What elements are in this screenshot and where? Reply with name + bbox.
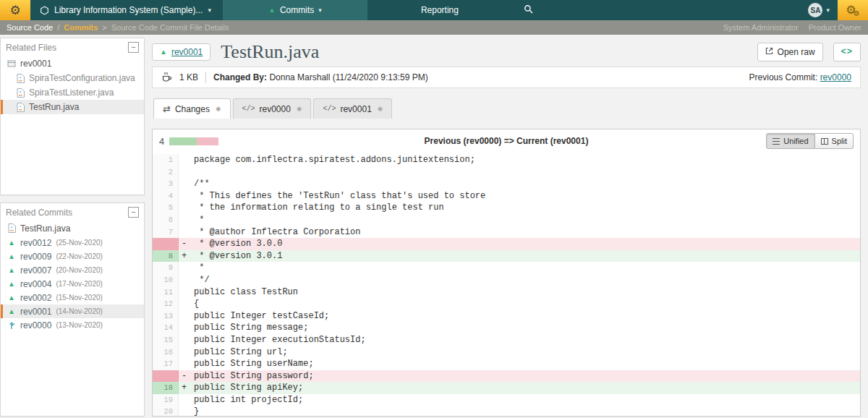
file-item[interactable]: SpiraTestListener.java — [1, 85, 144, 100]
java-file-icon — [16, 103, 25, 112]
line-number: 17 — [153, 358, 179, 370]
title-row: ▲ rev0001 TestRun.java Open raw <> — [152, 38, 861, 67]
line-number — [153, 238, 179, 250]
commit-item[interactable]: ▲rev0009(22-Nov-2020) — [1, 249, 144, 263]
diff-line: 9 * — [153, 262, 860, 274]
line-number: 11 — [153, 286, 179, 299]
code-text: * — [190, 262, 204, 274]
line-number — [153, 370, 179, 383]
tree-root-revision[interactable]: rev0001 — [1, 56, 144, 71]
revision-link[interactable]: rev0001 — [171, 47, 203, 57]
line-number: 6 — [153, 214, 179, 226]
java-icon — [161, 71, 172, 85]
code-icon: <> — [841, 47, 853, 57]
java-file-icon — [16, 74, 25, 83]
commit-triangle-icon: ▲ — [160, 48, 167, 56]
line-number: 1 — [153, 154, 179, 166]
tab-rev0000[interactable]: </> rev0000 ✱ — [233, 98, 312, 119]
file-item[interactable]: TestRun.java — [1, 100, 144, 114]
nav-tab-commits[interactable]: ▲ Commits ▾ — [223, 0, 367, 20]
page-content: Related Files − rev0001 SpiraTestConfigu… — [0, 35, 868, 418]
unified-view-button[interactable]: Unified — [766, 133, 814, 149]
workspace-menu[interactable]: Library Information System (Sample)... ▾ — [30, 0, 223, 20]
line-number: 14 — [153, 322, 179, 334]
collapse-panel-button[interactable]: − — [128, 207, 139, 218]
commit-tree: TestRun.java ▲rev0012(25-Nov-2020)▲rev00… — [1, 221, 144, 332]
code-view-button[interactable]: <> — [833, 43, 861, 61]
diff-line: 19public int projectId; — [153, 394, 860, 406]
breadcrumb-source-code[interactable]: Source Code — [7, 23, 53, 32]
previous-commit-link[interactable]: rev0000 — [820, 72, 851, 82]
line-number: 13 — [153, 310, 179, 323]
split-view-button[interactable]: Split — [815, 133, 854, 149]
code-text: public String message; — [190, 322, 308, 334]
line-number: 19 — [153, 394, 179, 406]
commit-rev: rev0002 — [20, 293, 51, 303]
line-number: 15 — [153, 334, 179, 346]
commit-item[interactable]: rev0000(13-Nov-2020) — [1, 318, 144, 332]
previous-commit: Previous Commit: rev0000 — [749, 72, 851, 82]
tab-changes-label: Changes — [175, 104, 210, 114]
diff-line: 7 * @author Inflectra Corporation — [153, 226, 860, 239]
code-text: public Integer testCaseId; — [190, 310, 329, 323]
diff-line: 20} — [153, 406, 860, 416]
line-number: 3 — [153, 178, 179, 190]
revision-badge[interactable]: ▲ rev0001 — [152, 43, 210, 61]
spira-logo[interactable]: ⚙ — [0, 0, 30, 20]
diff-sign — [179, 202, 190, 214]
code-text: * the information relating to a single t… — [190, 202, 444, 214]
line-number: 4 — [153, 190, 179, 202]
commit-file-header[interactable]: TestRun.java — [1, 221, 144, 236]
commit-item[interactable]: ▲rev0004(17-Nov-2020) — [1, 277, 144, 291]
revision-icon — [7, 59, 16, 68]
tab-rev0001[interactable]: </> rev0001 ✱ — [313, 98, 392, 119]
diff-line: 2 — [153, 166, 860, 179]
commit-item[interactable]: ▲rev0002(15-Nov-2020) — [1, 291, 144, 304]
diff-code[interactable]: 1package com.inflectra.spiratest.addons.… — [153, 153, 860, 416]
nav-tab-reporting[interactable]: Reporting — [367, 0, 512, 20]
open-raw-button[interactable]: Open raw — [757, 43, 823, 61]
diff-sign — [179, 226, 190, 239]
diff-line: 10 */ — [153, 274, 860, 286]
split-label: Split — [832, 137, 847, 145]
user-menu[interactable]: SA ▾ — [800, 0, 838, 20]
sidebar: Related Files − rev0001 SpiraTestConfigu… — [0, 38, 145, 417]
diff-sign — [179, 322, 190, 334]
top-nav: ⚙ Library Information System (Sample)...… — [0, 0, 868, 20]
code-tag-icon: </> — [323, 106, 336, 113]
code-text: { — [190, 298, 199, 310]
breadcrumb-separator: / — [57, 23, 59, 32]
nav-spacer — [545, 0, 801, 20]
related-commits-header: Related Commits − — [1, 203, 144, 221]
commit-item[interactable]: ▲rev0001(14-Nov-2020) — [1, 304, 144, 318]
diff-sign — [179, 178, 190, 190]
line-number: 5 — [153, 202, 179, 214]
tab-changes[interactable]: ⇄ Changes ✱ — [153, 98, 231, 119]
diff-stats: 4 — [159, 136, 218, 147]
diff-sign — [179, 358, 190, 370]
view-toggle: Unified Split — [766, 133, 854, 149]
minus-icon: − — [131, 208, 135, 216]
search-button[interactable] — [512, 0, 545, 20]
breadcrumb-commits[interactable]: Commits — [64, 23, 98, 32]
diff-line: 4 * This defines the 'TestRun' class tha… — [153, 190, 860, 202]
changed-by-name: Donna Marshall — [269, 72, 330, 82]
line-number: 10 — [153, 274, 179, 286]
detail-tabs: ⇄ Changes ✱ </> rev0000 ✱ </> rev0001 ✱ — [152, 98, 861, 119]
commit-item[interactable]: ▲rev0012(25-Nov-2020) — [1, 236, 144, 249]
page-title: TestRun.java — [221, 41, 319, 63]
minus-icon: − — [131, 43, 135, 51]
diff-sign — [179, 310, 190, 323]
diff-line: 16public String url; — [153, 346, 860, 359]
change-ratio-bar — [169, 137, 218, 145]
breadcrumb: Source Code / Commits > Source Code Comm… — [0, 20, 868, 35]
breadcrumb-user[interactable]: System Administrator — [723, 23, 799, 32]
breadcrumb-role[interactable]: Product Owner — [809, 23, 861, 32]
admin-button[interactable]: ⚙ ⚙ — [838, 0, 868, 20]
diff-sign — [179, 154, 190, 166]
commit-item[interactable]: ▲rev0007(20-Nov-2020) — [1, 263, 144, 277]
file-item[interactable]: SpiraTestConfiguration.java — [1, 71, 144, 85]
collapse-panel-button[interactable]: − — [128, 42, 139, 53]
diff-sign — [179, 346, 190, 359]
diff-line: 1package com.inflectra.spiratest.addons.… — [153, 154, 860, 166]
